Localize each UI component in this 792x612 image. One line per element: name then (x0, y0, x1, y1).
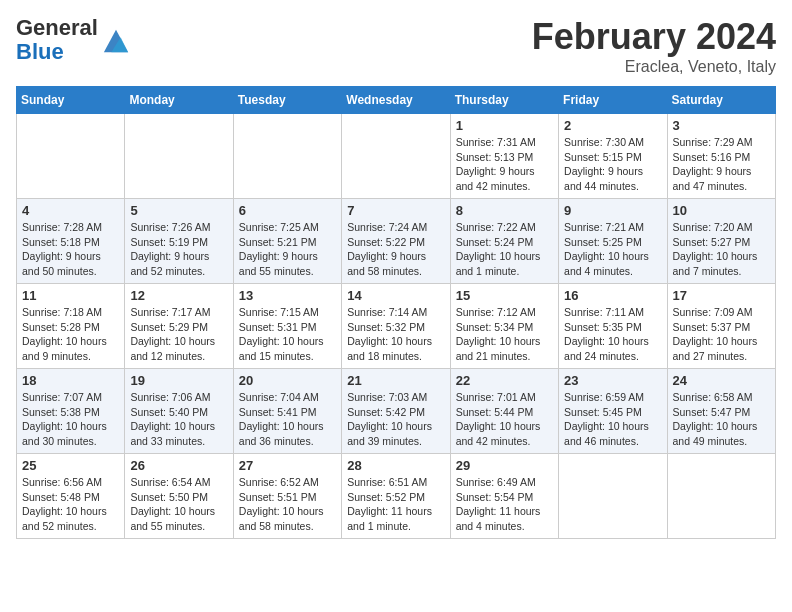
calendar-cell: 27Sunrise: 6:52 AMSunset: 5:51 PMDayligh… (233, 454, 341, 539)
col-monday: Monday (125, 87, 233, 114)
day-info: Sunrise: 7:11 AMSunset: 5:35 PMDaylight:… (564, 305, 661, 364)
calendar-cell: 21Sunrise: 7:03 AMSunset: 5:42 PMDayligh… (342, 369, 450, 454)
col-thursday: Thursday (450, 87, 558, 114)
calendar-cell: 14Sunrise: 7:14 AMSunset: 5:32 PMDayligh… (342, 284, 450, 369)
day-number: 5 (130, 203, 227, 218)
day-info: Sunrise: 6:52 AMSunset: 5:51 PMDaylight:… (239, 475, 336, 534)
calendar-cell: 1Sunrise: 7:31 AMSunset: 5:13 PMDaylight… (450, 114, 558, 199)
day-number: 1 (456, 118, 553, 133)
day-number: 28 (347, 458, 444, 473)
calendar-cell (125, 114, 233, 199)
month-year-title: February 2024 (532, 16, 776, 58)
day-info: Sunrise: 6:58 AMSunset: 5:47 PMDaylight:… (673, 390, 770, 449)
calendar-cell: 6Sunrise: 7:25 AMSunset: 5:21 PMDaylight… (233, 199, 341, 284)
calendar-cell: 17Sunrise: 7:09 AMSunset: 5:37 PMDayligh… (667, 284, 775, 369)
day-number: 17 (673, 288, 770, 303)
logo-general-text: General (16, 16, 98, 40)
calendar-cell: 20Sunrise: 7:04 AMSunset: 5:41 PMDayligh… (233, 369, 341, 454)
calendar-cell: 12Sunrise: 7:17 AMSunset: 5:29 PMDayligh… (125, 284, 233, 369)
calendar-cell (559, 454, 667, 539)
day-number: 21 (347, 373, 444, 388)
calendar-cell (17, 114, 125, 199)
week-row-5: 25Sunrise: 6:56 AMSunset: 5:48 PMDayligh… (17, 454, 776, 539)
day-number: 13 (239, 288, 336, 303)
calendar-cell: 13Sunrise: 7:15 AMSunset: 5:31 PMDayligh… (233, 284, 341, 369)
calendar-cell: 4Sunrise: 7:28 AMSunset: 5:18 PMDaylight… (17, 199, 125, 284)
day-info: Sunrise: 7:03 AMSunset: 5:42 PMDaylight:… (347, 390, 444, 449)
week-row-3: 11Sunrise: 7:18 AMSunset: 5:28 PMDayligh… (17, 284, 776, 369)
day-info: Sunrise: 7:26 AMSunset: 5:19 PMDaylight:… (130, 220, 227, 279)
day-info: Sunrise: 7:30 AMSunset: 5:15 PMDaylight:… (564, 135, 661, 194)
day-number: 6 (239, 203, 336, 218)
col-saturday: Saturday (667, 87, 775, 114)
col-sunday: Sunday (17, 87, 125, 114)
calendar-cell (233, 114, 341, 199)
calendar-cell: 25Sunrise: 6:56 AMSunset: 5:48 PMDayligh… (17, 454, 125, 539)
day-number: 23 (564, 373, 661, 388)
day-number: 2 (564, 118, 661, 133)
day-number: 18 (22, 373, 119, 388)
day-number: 12 (130, 288, 227, 303)
day-info: Sunrise: 6:59 AMSunset: 5:45 PMDaylight:… (564, 390, 661, 449)
calendar-table: Sunday Monday Tuesday Wednesday Thursday… (16, 86, 776, 539)
calendar-cell: 26Sunrise: 6:54 AMSunset: 5:50 PMDayligh… (125, 454, 233, 539)
calendar-cell: 7Sunrise: 7:24 AMSunset: 5:22 PMDaylight… (342, 199, 450, 284)
week-row-4: 18Sunrise: 7:07 AMSunset: 5:38 PMDayligh… (17, 369, 776, 454)
day-number: 10 (673, 203, 770, 218)
calendar-cell (342, 114, 450, 199)
day-number: 19 (130, 373, 227, 388)
col-wednesday: Wednesday (342, 87, 450, 114)
day-info: Sunrise: 7:31 AMSunset: 5:13 PMDaylight:… (456, 135, 553, 194)
day-number: 14 (347, 288, 444, 303)
calendar-cell: 22Sunrise: 7:01 AMSunset: 5:44 PMDayligh… (450, 369, 558, 454)
day-number: 8 (456, 203, 553, 218)
location-subtitle: Eraclea, Veneto, Italy (532, 58, 776, 76)
day-number: 9 (564, 203, 661, 218)
day-info: Sunrise: 7:07 AMSunset: 5:38 PMDaylight:… (22, 390, 119, 449)
day-info: Sunrise: 7:28 AMSunset: 5:18 PMDaylight:… (22, 220, 119, 279)
day-info: Sunrise: 6:56 AMSunset: 5:48 PMDaylight:… (22, 475, 119, 534)
calendar-cell: 18Sunrise: 7:07 AMSunset: 5:38 PMDayligh… (17, 369, 125, 454)
day-number: 7 (347, 203, 444, 218)
day-number: 24 (673, 373, 770, 388)
day-number: 15 (456, 288, 553, 303)
calendar-cell: 9Sunrise: 7:21 AMSunset: 5:25 PMDaylight… (559, 199, 667, 284)
day-info: Sunrise: 6:54 AMSunset: 5:50 PMDaylight:… (130, 475, 227, 534)
day-number: 22 (456, 373, 553, 388)
calendar-cell: 5Sunrise: 7:26 AMSunset: 5:19 PMDaylight… (125, 199, 233, 284)
day-number: 4 (22, 203, 119, 218)
day-number: 20 (239, 373, 336, 388)
col-friday: Friday (559, 87, 667, 114)
calendar-cell: 10Sunrise: 7:20 AMSunset: 5:27 PMDayligh… (667, 199, 775, 284)
logo-icon (102, 26, 130, 54)
day-info: Sunrise: 6:49 AMSunset: 5:54 PMDaylight:… (456, 475, 553, 534)
calendar-cell: 8Sunrise: 7:22 AMSunset: 5:24 PMDaylight… (450, 199, 558, 284)
page-header: General Blue February 2024 Eraclea, Vene… (16, 16, 776, 76)
day-number: 27 (239, 458, 336, 473)
day-info: Sunrise: 7:22 AMSunset: 5:24 PMDaylight:… (456, 220, 553, 279)
col-tuesday: Tuesday (233, 87, 341, 114)
day-info: Sunrise: 7:09 AMSunset: 5:37 PMDaylight:… (673, 305, 770, 364)
day-info: Sunrise: 7:15 AMSunset: 5:31 PMDaylight:… (239, 305, 336, 364)
day-number: 16 (564, 288, 661, 303)
day-info: Sunrise: 7:01 AMSunset: 5:44 PMDaylight:… (456, 390, 553, 449)
day-number: 25 (22, 458, 119, 473)
calendar-cell: 29Sunrise: 6:49 AMSunset: 5:54 PMDayligh… (450, 454, 558, 539)
calendar-cell: 11Sunrise: 7:18 AMSunset: 5:28 PMDayligh… (17, 284, 125, 369)
day-info: Sunrise: 7:24 AMSunset: 5:22 PMDaylight:… (347, 220, 444, 279)
calendar-cell: 2Sunrise: 7:30 AMSunset: 5:15 PMDaylight… (559, 114, 667, 199)
day-info: Sunrise: 7:06 AMSunset: 5:40 PMDaylight:… (130, 390, 227, 449)
day-number: 11 (22, 288, 119, 303)
calendar-cell (667, 454, 775, 539)
logo-blue-text: Blue (16, 40, 98, 64)
day-info: Sunrise: 7:21 AMSunset: 5:25 PMDaylight:… (564, 220, 661, 279)
logo: General Blue (16, 16, 130, 64)
calendar-cell: 24Sunrise: 6:58 AMSunset: 5:47 PMDayligh… (667, 369, 775, 454)
day-number: 26 (130, 458, 227, 473)
day-number: 29 (456, 458, 553, 473)
day-info: Sunrise: 7:17 AMSunset: 5:29 PMDaylight:… (130, 305, 227, 364)
day-info: Sunrise: 7:20 AMSunset: 5:27 PMDaylight:… (673, 220, 770, 279)
week-row-1: 1Sunrise: 7:31 AMSunset: 5:13 PMDaylight… (17, 114, 776, 199)
calendar-cell: 23Sunrise: 6:59 AMSunset: 5:45 PMDayligh… (559, 369, 667, 454)
day-info: Sunrise: 7:29 AMSunset: 5:16 PMDaylight:… (673, 135, 770, 194)
